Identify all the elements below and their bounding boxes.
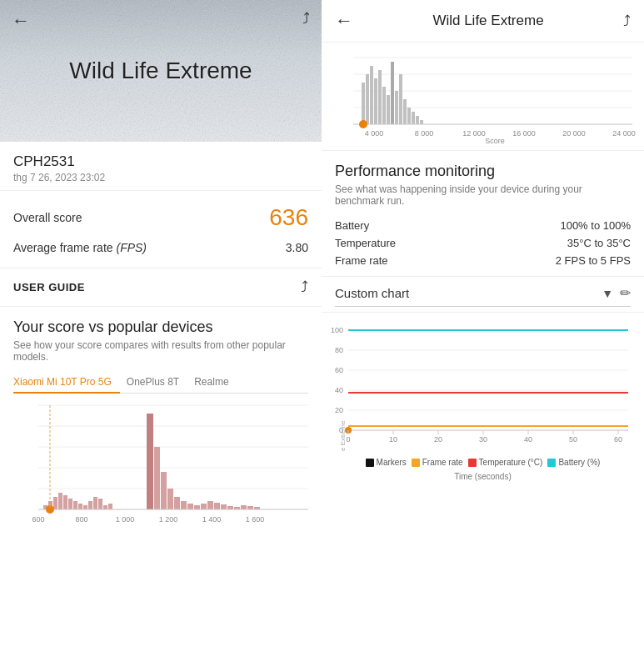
hero-image: ← ⤴ Wild Life Extreme	[0, 0, 322, 142]
scores-section: Overall score 636 Average frame rate (FP…	[0, 191, 322, 268]
svg-text:4 000: 4 000	[365, 129, 384, 138]
score-chart-area: 4 000 8 000 12 000 16 000 20 000 24 000 …	[322, 43, 644, 151]
overall-label: Overall score	[13, 211, 82, 224]
tab-realme[interactable]: Realme	[194, 371, 237, 393]
svg-text:20 000: 20 000	[562, 129, 586, 138]
svg-rect-11	[63, 495, 67, 509]
x-axis-label: Time (seconds)	[328, 472, 637, 481]
perf-fps-row: Frame rate 2 FPS to 5 FPS	[335, 252, 631, 269]
left-bar-chart: 600 800 1 000 1 200 1 400 1 600	[13, 397, 308, 539]
svg-rect-64	[412, 112, 415, 124]
legend-framerate-dot	[412, 459, 420, 467]
svg-rect-24	[167, 489, 173, 509]
right-header: ← Wild Life Extreme ⤴	[322, 0, 644, 43]
svg-text:10: 10	[389, 435, 397, 444]
svg-rect-22	[154, 447, 160, 509]
svg-text:12 000: 12 000	[462, 129, 486, 138]
svg-rect-53	[366, 74, 369, 124]
svg-text:60: 60	[335, 366, 343, 374]
svg-text:1 000: 1 000	[116, 515, 135, 524]
comparison-title: Your score vs popular devices	[13, 318, 308, 336]
perf-subtitle: See what was happening inside your devic…	[335, 183, 631, 207]
back-button-left[interactable]: ←	[12, 10, 30, 32]
dropdown-arrow-icon[interactable]: ▼	[602, 287, 613, 300]
svg-rect-16	[88, 501, 92, 509]
overall-value: 636	[269, 204, 308, 231]
svg-rect-61	[399, 74, 402, 124]
svg-text:40: 40	[524, 435, 532, 444]
svg-rect-63	[407, 108, 411, 124]
svg-rect-62	[403, 99, 407, 124]
custom-chart-dropdown[interactable]: Custom chart	[335, 286, 595, 300]
left-panel: ← ⤴ Wild Life Extreme CPH2531 thg 7 26, …	[0, 0, 322, 667]
svg-rect-15	[83, 505, 87, 509]
svg-rect-26	[181, 501, 187, 509]
svg-text:16 000: 16 000	[512, 129, 536, 138]
perf-temp-row: Temperature 35°C to 35°C	[335, 234, 631, 252]
svg-rect-12	[68, 499, 72, 509]
perf-title: Performance monitoring	[335, 163, 631, 180]
device-info: CPH2531 thg 7 26, 2023 23:02	[0, 142, 322, 191]
svg-rect-27	[187, 504, 193, 509]
edit-icon[interactable]: ✏	[620, 285, 631, 301]
svg-rect-33	[227, 506, 233, 509]
svg-text:100: 100	[331, 326, 343, 334]
perf-battery-row: Battery 100% to 100%	[335, 217, 631, 234]
svg-rect-57	[382, 87, 386, 124]
svg-text:50: 50	[569, 435, 577, 444]
svg-text:1 600: 1 600	[246, 515, 265, 524]
svg-rect-17	[93, 497, 97, 509]
tab-xiaomi[interactable]: Xiaomi Mi 10T Pro 5G	[13, 371, 120, 393]
line-chart-section: 100 80 60 40 20 0 Wild Life Extreme	[322, 313, 644, 667]
svg-rect-31	[214, 503, 220, 509]
custom-chart-row: Custom chart ▼ ✏	[335, 285, 631, 307]
svg-rect-18	[98, 499, 102, 509]
custom-chart-section: Custom chart ▼ ✏	[322, 277, 644, 313]
svg-text:Score: Score	[485, 137, 505, 145]
svg-rect-25	[174, 497, 180, 509]
user-guide-share-icon[interactable]: ⤴	[301, 278, 308, 296]
legend-markers-label: Markers	[377, 458, 407, 467]
svg-text:8 000: 8 000	[415, 129, 434, 138]
device-date: thg 7 26, 2023 23:02	[13, 172, 308, 183]
user-guide-row[interactable]: USER GUIDE ⤴	[0, 268, 322, 307]
svg-rect-10	[58, 493, 62, 509]
perf-fps-key: Frame rate	[335, 254, 427, 267]
svg-text:20: 20	[434, 435, 442, 444]
tab-oneplus[interactable]: OnePlus 8T	[127, 371, 187, 393]
svg-text:20: 20	[335, 406, 343, 414]
legend-temperature-dot	[468, 459, 477, 467]
hero-title: Wild Life Extreme	[69, 58, 252, 84]
svg-rect-23	[161, 472, 167, 509]
svg-text:80: 80	[335, 346, 343, 354]
svg-rect-9	[53, 497, 57, 509]
legend-temperature: Temperature (°C)	[468, 458, 543, 467]
svg-text:1 200: 1 200	[159, 515, 178, 524]
svg-rect-13	[73, 501, 77, 509]
legend-battery-label: Battery (%)	[558, 458, 600, 467]
svg-rect-66	[420, 120, 423, 124]
svg-rect-52	[362, 83, 365, 124]
back-button-right[interactable]: ←	[335, 10, 353, 32]
svg-rect-30	[207, 501, 213, 509]
svg-text:40: 40	[335, 386, 343, 394]
svg-rect-56	[378, 70, 382, 124]
comparison-section: Your score vs popular devices See how yo…	[0, 307, 322, 542]
svg-rect-20	[108, 504, 112, 509]
right-panel: ← Wild Life Extreme ⤴	[322, 0, 644, 667]
perf-battery-value: 100% to 100%	[560, 219, 631, 232]
svg-text:800: 800	[75, 515, 87, 524]
svg-rect-29	[201, 504, 207, 509]
share-button-right[interactable]: ⤴	[623, 13, 631, 30]
chart-legend: Markers Frame rate Temperature (°C) Batt…	[328, 454, 637, 470]
svg-rect-36	[247, 506, 253, 509]
perf-fps-value: 2 FPS to 5 FPS	[556, 254, 631, 267]
fps-score-row: Average frame rate (FPS) 3.80	[13, 236, 308, 259]
perf-temp-value: 35°C to 35°C	[567, 237, 631, 249]
svg-rect-35	[241, 505, 247, 509]
device-name: CPH2531	[13, 153, 308, 170]
user-guide-label: USER GUIDE	[13, 281, 85, 293]
perf-temp-key: Temperature	[335, 237, 427, 249]
svg-text:1 400: 1 400	[202, 515, 222, 524]
share-button-left[interactable]: ⤴	[302, 10, 310, 28]
